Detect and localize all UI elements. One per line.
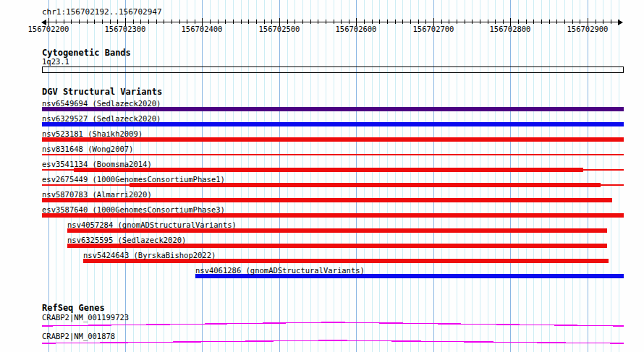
- refseq-genes-header: RefSeq Genes: [42, 303, 105, 313]
- region-title: chr1:156702192..156702947: [42, 7, 162, 17]
- cytogenetic-bands-header: Cytogenetic Bands: [42, 48, 131, 58]
- variant-label-esv3541134[interactable]: esv3541134 (Boomsma2014): [42, 160, 152, 168]
- variant-label-nsv6325595[interactable]: nsv6325595 (Sedlazeck2020): [67, 236, 186, 244]
- variant-label-nsv5870783[interactable]: nsv5870783 (Almarri2020): [42, 190, 152, 199]
- gene-label-1[interactable]: CRABP2|NM_001878: [42, 332, 115, 340]
- genome-browser-view: chr1:156702192..156702947 15670220015670…: [0, 0, 644, 352]
- variant-label-esv3587640[interactable]: esv3587640 (1000GenomesConsortiumPhase3): [42, 205, 225, 214]
- variant-label-nsv6549694[interactable]: nsv6549694 (Sedlazeck2020): [42, 99, 161, 108]
- variant-label-esv2675449[interactable]: esv2675449 (1000GenomesConsortiumPhase1): [42, 175, 225, 184]
- variant-label-nsv5424643[interactable]: nsv5424643 (ByrskaBishop2022): [83, 251, 216, 259]
- cytoband-label: 1q23.1: [42, 57, 69, 66]
- variant-label-nsv4061286[interactable]: nsv4061286 (gnomADStructuralVariants): [195, 266, 365, 275]
- variant-label-nsv523181[interactable]: nsv523181 (Shaikh2009): [42, 129, 143, 138]
- gene-label-0[interactable]: CRABP2|NM_001199723: [42, 313, 129, 322]
- dgv-structural-variants-header: DGV Structural Variants: [42, 87, 162, 97]
- variant-label-nsv831648[interactable]: nsv831648 (Wong2007): [42, 145, 133, 153]
- variant-label-nsv4057284[interactable]: nsv4057284 (gnomADStructuralVariants): [67, 220, 237, 229]
- variant-label-nsv6329527[interactable]: nsv6329527 (Sedlazeck2020): [42, 114, 161, 123]
